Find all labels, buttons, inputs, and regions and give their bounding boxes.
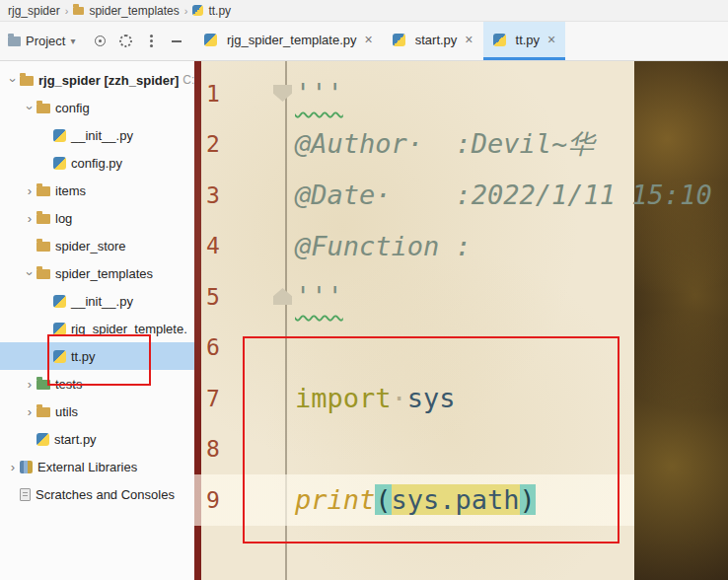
locate-icon[interactable] <box>92 34 108 49</box>
libraries-icon <box>20 461 33 473</box>
tree-item-label: start.py <box>54 432 97 447</box>
tree-item-spider-templates[interactable]: ›spider_templates <box>0 259 194 287</box>
scratches-icon <box>20 488 31 501</box>
breadcrumb-label: spider_templates <box>89 4 179 18</box>
python-icon <box>393 34 405 46</box>
line-number-4[interactable]: 4 <box>194 233 292 258</box>
folder-icon <box>36 269 50 279</box>
chevron-down-icon: ▾ <box>70 36 75 46</box>
line-number-3[interactable]: 3 <box>194 182 292 208</box>
breadcrumb-item-rjg-spider[interactable]: rjg_spider <box>8 4 60 18</box>
tree-item-label: External Libraries <box>37 460 137 474</box>
python-icon <box>204 34 217 46</box>
folder-icon <box>36 214 50 224</box>
chevron-down-icon[interactable]: › <box>23 266 37 280</box>
tree-item-rjg-spider-zzh-spider[interactable]: ›rjg_spider [zzh_spider]C: <box>0 66 194 94</box>
tab-rjg-spider-template-py[interactable]: rjg_spider_template.py× <box>194 22 383 60</box>
tree-item-config-py[interactable]: config.py <box>0 149 194 177</box>
settings-icon[interactable] <box>117 34 133 49</box>
folder-icon <box>20 76 34 86</box>
python-icon <box>53 129 66 142</box>
code-token: @Function : <box>295 231 472 261</box>
annotation-rect-tree <box>47 334 151 386</box>
tree-item-log[interactable]: ›log <box>0 204 194 232</box>
chevron-down-icon[interactable]: › <box>23 101 37 114</box>
python-icon <box>53 323 66 335</box>
project-panel-title[interactable]: Project <box>26 34 65 48</box>
project-tree: ›rjg_spider [zzh_spider]C:›config__init_… <box>0 66 194 508</box>
tree-item-label: __init__.py <box>71 128 133 143</box>
breadcrumb-item-tt-py[interactable]: tt.py <box>192 4 231 18</box>
code-text[interactable]: ''' <box>292 281 343 312</box>
code-line-4[interactable]: 4@Function : <box>194 221 728 272</box>
chevron-right-icon[interactable]: › <box>23 183 36 198</box>
tree-item-label: spider_templates <box>55 266 153 281</box>
tab-label: tt.py <box>516 33 541 47</box>
header-row: Project ▾ rjg_spider_template.py×start.p… <box>0 22 728 61</box>
tree-item-label: config <box>55 101 90 115</box>
project-panel-header: Project ▾ <box>0 22 194 60</box>
chevron-right-icon[interactable]: › <box>23 211 36 226</box>
code-text[interactable]: @Date· :2022/1/11 15:10 <box>292 180 712 210</box>
breadcrumb-label: tt.py <box>208 4 231 18</box>
folder-icon <box>36 186 50 196</box>
project-tool-icon[interactable] <box>8 36 21 46</box>
code-line-5[interactable]: 5''' <box>194 271 728 323</box>
python-icon <box>53 295 66 308</box>
tab-label: start.py <box>415 33 458 47</box>
chevron-down-icon[interactable]: › <box>6 73 21 87</box>
breadcrumb: rjg_spider›spider_templates›tt.py <box>0 0 728 22</box>
chevron-right-icon[interactable]: › <box>6 460 20 474</box>
breadcrumb-item-spider-templates[interactable]: spider_templates <box>73 4 179 18</box>
tree-item-scratches-and-consoles[interactable]: Scratches and Consoles <box>0 480 194 508</box>
python-icon <box>53 157 66 170</box>
tree-item-label: spider_store <box>55 239 126 254</box>
tree-item-config[interactable]: ›config <box>0 94 194 121</box>
tree-item-path: C: <box>182 73 194 87</box>
tree-item-label: items <box>55 183 86 198</box>
code-text[interactable]: @Author· :Devil~华 <box>292 126 594 162</box>
close-icon[interactable]: × <box>365 32 373 47</box>
editor-tab-bar: rjg_spider_template.py×start.py×tt.py× <box>194 22 728 60</box>
tab-tt-py[interactable]: tt.py× <box>483 22 566 60</box>
tree-item-external-libraries[interactable]: ›External Libraries <box>0 453 194 480</box>
close-icon[interactable]: × <box>547 32 555 47</box>
code-line-2[interactable]: 2@Author· :Devil~华 <box>194 119 728 171</box>
tree-item-spider-store[interactable]: spider_store <box>0 232 194 259</box>
code-token: ''' <box>295 78 343 109</box>
close-icon[interactable]: × <box>465 32 473 47</box>
code-line-3[interactable]: 3@Date· :2022/1/11 15:10 <box>194 170 728 221</box>
code-token: @Date· :2022/1/11 15:10 <box>295 180 712 210</box>
tree-item-utils[interactable]: ›utils <box>0 398 194 425</box>
tree-item-label: Scratches and Consoles <box>36 487 175 502</box>
breadcrumb-separator: › <box>65 5 69 17</box>
code-line-1[interactable]: 1''' <box>194 68 728 119</box>
code-text[interactable]: @Function : <box>292 231 472 261</box>
chevron-right-icon[interactable]: › <box>23 377 36 392</box>
tree-item-label: config.py <box>71 156 122 171</box>
tree-item-label: __init__.py <box>71 294 133 309</box>
tab-start-py[interactable]: start.py× <box>383 22 483 60</box>
tree-item-start-py[interactable]: start.py <box>0 425 194 453</box>
more-icon[interactable] <box>143 34 159 49</box>
folder-icon <box>36 104 50 113</box>
python-icon <box>36 433 49 446</box>
breadcrumb-label: rjg_spider <box>8 4 60 18</box>
annotation-rect-code <box>243 336 619 544</box>
tab-label: rjg_spider_template.py <box>227 33 357 47</box>
folder-icon <box>36 242 50 252</box>
tree-item-items[interactable]: ›items <box>0 177 194 204</box>
code-text[interactable]: ''' <box>292 78 343 109</box>
tree-item-label: rjg_spider [zzh_spider] <box>38 73 179 88</box>
hide-icon[interactable] <box>169 34 184 49</box>
chevron-right-icon[interactable]: › <box>23 404 36 419</box>
code-token: @Author· :Devil~华 <box>295 128 594 159</box>
folder-icon <box>36 407 50 417</box>
python-icon <box>493 34 506 46</box>
line-number-2[interactable]: 2 <box>194 131 292 157</box>
pycharm-window: rjg_spider›spider_templates›tt.py Projec… <box>0 0 728 580</box>
tree-item-init-py[interactable]: __init__.py <box>0 287 194 315</box>
panel-header-actions <box>92 34 186 49</box>
tree-item-init-py[interactable]: __init__.py <box>0 121 194 149</box>
breadcrumb-separator: › <box>184 5 188 17</box>
